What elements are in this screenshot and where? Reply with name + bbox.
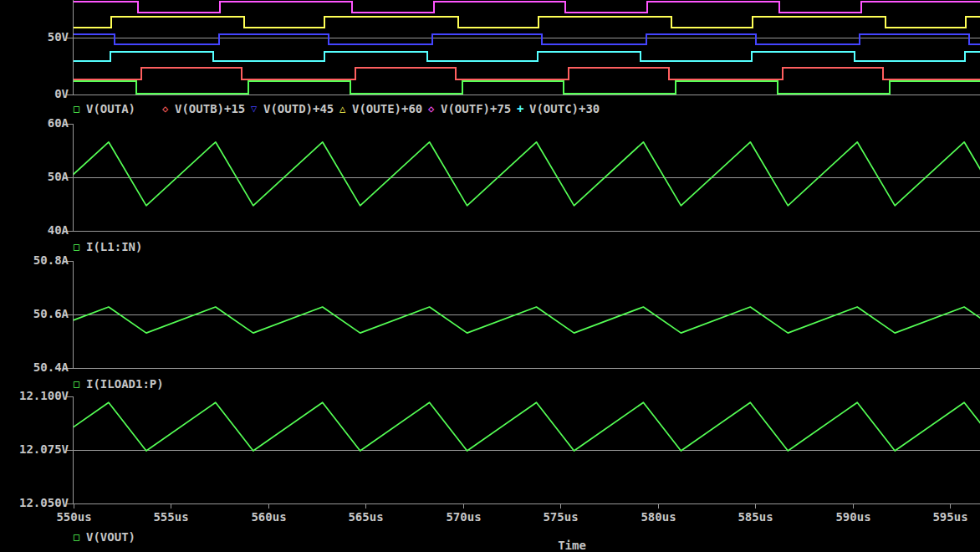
plus-marker-icon: +: [517, 103, 523, 115]
waveform-trace: [39, 307, 980, 333]
plot-1-traces: [74, 2, 980, 94]
waveform-trace: [74, 17, 980, 28]
x-axis-title: Time: [537, 539, 607, 552]
probe-waveform-viewer: 50V0V□V(OUTA)◇V(OUTB)+15▽V(OUTD)+45△V(OU…: [0, 0, 980, 552]
y-axis-label: 50.4A: [0, 361, 69, 374]
x-axis-tick-label: 585us: [721, 511, 791, 524]
nabla-marker-icon: ▽: [251, 103, 257, 115]
plot-3-traces: [39, 307, 980, 333]
waveform-trace: [39, 402, 980, 451]
square-marker-icon: □: [74, 103, 79, 115]
plot-2-traces: [39, 142, 980, 206]
legend-trace-name: V(OUTD)+45: [263, 103, 334, 115]
y-axis-label: 50.8A: [0, 254, 69, 267]
square-marker-icon: □: [74, 241, 79, 253]
legend-trace-name: I(L1:IN): [86, 241, 142, 253]
square-marker-icon: □: [74, 531, 79, 544]
legend-trace-name: V(VOUT): [86, 531, 135, 544]
plot-2-axes: [67, 124, 980, 232]
waveform-trace: [74, 81, 980, 93]
plot-4-axes: [67, 396, 980, 509]
x-axis-tick-label: 560us: [234, 511, 304, 524]
waveform-trace: [39, 142, 980, 206]
x-axis-tick-label: 575us: [526, 511, 596, 524]
waveform-trace: [74, 52, 980, 61]
x-axis-tick-label: 570us: [429, 511, 499, 524]
x-axis-tick-label: 555us: [136, 511, 207, 524]
y-axis-label: 0V: [0, 88, 69, 100]
x-axis-tick-label: 550us: [39, 511, 110, 524]
diamond-marker-icon: ◇: [428, 103, 434, 115]
y-axis-label: 12.075V: [0, 443, 69, 456]
waveform-trace: [74, 2, 980, 13]
waveform-trace: [74, 34, 980, 44]
plot-4-traces: [39, 402, 980, 451]
legend-trace-name: V(OUTB)+15: [175, 103, 245, 115]
waveform-trace: [74, 68, 980, 80]
x-axis-tick-label: 565us: [331, 511, 401, 524]
x-axis-tick-label: 580us: [624, 511, 694, 524]
y-axis-label: 50.6A: [0, 308, 69, 320]
legend-trace-name: V(OUTE)+60: [352, 103, 422, 115]
y-axis-label: 60A: [0, 117, 69, 130]
triangle-marker-icon: △: [339, 103, 345, 115]
x-axis-tick-label: 590us: [819, 511, 889, 524]
legend-trace-name: V(OUTC)+30: [529, 103, 600, 115]
y-axis-label: 50V: [0, 31, 69, 43]
x-axis-tick-label: 595us: [916, 511, 980, 524]
square-marker-icon: □: [74, 378, 79, 391]
legend-trace-name: V(OUTF)+75: [441, 103, 511, 115]
legend-trace-name: I(ILOAD1:P): [86, 378, 164, 391]
y-axis-label: 12.100V: [0, 390, 69, 402]
y-axis-label: 50A: [0, 171, 69, 183]
y-axis-label: 12.050V: [0, 497, 69, 509]
diamond-marker-icon: ◇: [162, 103, 168, 115]
plot-3-axes: [67, 261, 980, 369]
plot-canvas: [0, 0, 980, 552]
y-axis-label: 40A: [0, 224, 69, 237]
legend-trace-name: V(OUTA): [86, 103, 135, 115]
